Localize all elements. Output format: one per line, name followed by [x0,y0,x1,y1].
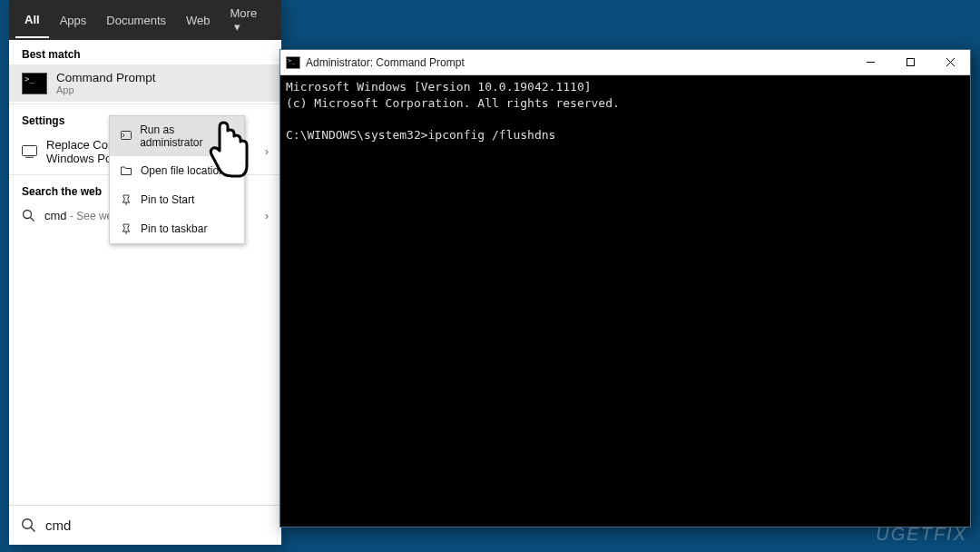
maximize-button[interactable] [890,50,930,75]
close-button[interactable] [930,50,970,75]
chevron-right-icon: › [265,145,269,158]
result-command-prompt[interactable]: Command Prompt App [9,64,281,102]
pin-icon [119,192,133,207]
search-icon [21,518,36,533]
search-tabs: All Apps Documents Web More ▾ [9,0,281,40]
folder-icon [119,163,133,178]
ctx-label: Pin to Start [141,193,194,206]
minimize-button[interactable] [850,50,890,75]
result-subtitle: App [56,84,156,95]
svg-rect-10 [906,59,914,66]
command-prompt-icon [22,73,47,94]
cmd-title-icon [286,56,300,69]
terminal-output[interactable]: Microsoft Windows [Version 10.0.19042.11… [280,75,970,146]
admin-shield-icon [119,129,132,143]
tab-all[interactable]: All [15,3,49,38]
tab-more[interactable]: More ▾ [221,0,275,44]
command-prompt-window: Administrator: Command Prompt Microsoft … [279,49,971,527]
window-title: Administrator: Command Prompt [306,56,465,69]
chevron-down-icon: ▾ [234,20,240,34]
search-box [9,505,281,545]
web-query: cmd [44,209,67,222]
ctx-pin-to-taskbar[interactable]: Pin to taskbar [110,214,244,243]
tab-web[interactable]: Web [177,4,220,37]
tab-documents[interactable]: Documents [97,4,175,37]
pin-taskbar-icon [119,222,133,236]
start-search-panel: All Apps Documents Web More ▾ Best match… [9,0,281,545]
context-menu: Run as administrator Open file location … [109,115,245,244]
divider [9,104,281,104]
titlebar[interactable]: Administrator: Command Prompt [280,50,970,75]
ctx-open-file-location[interactable]: Open file location [110,156,244,185]
ctx-label: Open file location [141,164,225,177]
ctx-label: Pin to taskbar [141,222,207,235]
svg-point-4 [23,519,33,529]
ctx-pin-to-start[interactable]: Pin to Start [110,185,244,214]
svg-rect-0 [23,146,37,156]
svg-line-3 [31,218,34,222]
svg-point-2 [24,211,32,219]
search-icon [22,209,35,222]
svg-line-5 [31,527,35,532]
result-text: Command Prompt App [56,71,156,95]
tab-apps[interactable]: Apps [51,4,96,37]
watermark: UGETFIX [876,524,967,545]
ctx-run-as-administrator[interactable]: Run as administrator [110,116,244,156]
header-best-match: Best match [9,40,281,64]
search-input[interactable] [45,518,270,533]
ctx-label: Run as administrator [140,123,235,149]
chevron-right-icon: › [265,210,269,222]
svg-rect-6 [121,132,131,140]
settings-icon [22,145,37,158]
result-title: Command Prompt [56,71,156,84]
